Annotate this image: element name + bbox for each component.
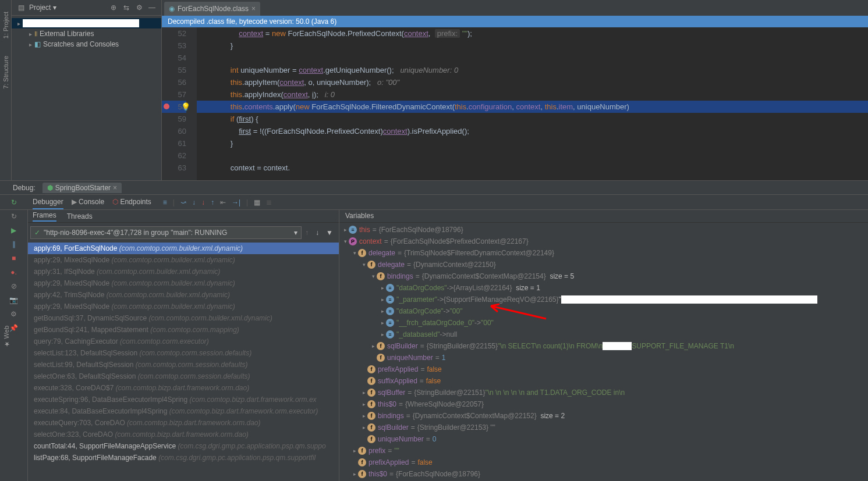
gutter[interactable]: 525354555657 💡58 5960616263 [162, 27, 197, 180]
tree-external-libs[interactable]: ▸ ⫴ External Libraries [12, 28, 161, 39]
rail-structure[interactable]: 7: Structure [2, 56, 9, 89]
tree-root[interactable]: ▸ [12, 18, 161, 28]
frame-item[interactable]: execute:84, DataBaseExecutorImpl4Spring … [28, 405, 339, 417]
force-step-icon[interactable]: ↓ [201, 198, 205, 206]
decompiled-banner: Decompiled .class file, bytecode version… [162, 16, 868, 27]
frame-item[interactable]: selectOne:63, DefaultSqlSession (com.com… [28, 370, 339, 382]
frames-tab[interactable]: Frames [33, 211, 56, 222]
frame-item[interactable]: executeQuery:703, CoreDAO (com.comtop.bi… [28, 417, 339, 429]
hide-icon[interactable]: — [147, 3, 157, 12]
next-frame-icon[interactable]: ↓ [312, 229, 323, 237]
project-tree: ▸ ▸ ⫴ External Libraries ▸ ◧ Scratches a… [12, 16, 161, 52]
frame-item[interactable]: apply:42, TrimSqlNode (com.comtop.corm.b… [28, 289, 339, 301]
step-into-icon[interactable]: ↓ [192, 198, 196, 206]
frame-item[interactable]: apply:29, MixedSqlNode (com.comtop.corm.… [28, 277, 339, 289]
threads-tab[interactable]: Threads [67, 212, 93, 220]
mute-bp-icon[interactable]: ⊘ [11, 282, 17, 290]
target-icon[interactable]: ⊕ [109, 3, 118, 12]
frame-list[interactable]: apply:69, ForEachSqlNode (com.comtop.cor… [28, 243, 339, 481]
code-content[interactable]: context = new ForEachSqlNode.PrefixedCon… [197, 27, 868, 180]
breakpoint-icon[interactable] [164, 104, 169, 109]
chevron-down-icon: ▾ [294, 229, 297, 237]
rail-favorites[interactable]: ★ Web [2, 326, 10, 348]
class-icon: ◉ [169, 5, 175, 13]
frame-item[interactable]: selectList:99, DefaultSqlSession (com.co… [28, 359, 339, 370]
frame-item[interactable]: apply:31, IfSqlNode (com.comtop.corm.bui… [28, 266, 339, 277]
frame-item[interactable]: getBoundSql:37, DynamicSqlSource (com.co… [28, 312, 339, 324]
debug-panel: Debug: ⬢ SpringBootStarter × ↻ Debugger … [0, 180, 868, 481]
close-icon[interactable]: × [113, 184, 117, 192]
gear-icon[interactable]: ⚙ [134, 3, 144, 12]
variables-panel: Variables ▸≡this={ForEachSqlNode@18796} … [339, 210, 868, 481]
frame-item[interactable]: apply:29, MixedSqlNode (com.comtop.corm.… [28, 254, 339, 266]
filter-icon[interactable]: ▼ [323, 229, 336, 237]
frame-item[interactable]: getBoundSql:241, MappedStatement (com.co… [28, 324, 339, 336]
frame-item[interactable]: executeSpring:96, DataBaseExecutorImpl4S… [28, 394, 339, 405]
update-icon[interactable]: ↻ [11, 212, 17, 220]
rail-project[interactable]: 1: Project [2, 12, 9, 38]
frame-item[interactable]: apply:69, ForEachSqlNode (com.comtop.cor… [28, 243, 339, 254]
run-config-tab[interactable]: ⬢ SpringBootStarter × [42, 183, 122, 193]
resume-icon[interactable]: ▶ [11, 226, 16, 234]
tree-scratches[interactable]: ▸ ◧ Scratches and Consoles [12, 39, 161, 49]
step-out-icon[interactable]: ↑ [211, 198, 214, 206]
rerun-icon[interactable]: ↻ [11, 198, 17, 206]
pause-icon[interactable]: ∥ [12, 240, 16, 248]
editor-tabs: ◉ ForEachSqlNode.class × [162, 0, 868, 16]
left-tool-rail: 1: Project 7: Structure [0, 0, 12, 180]
get-thread-dump-icon[interactable]: 📷 [9, 296, 18, 304]
settings-icon[interactable]: ≡ [163, 198, 167, 206]
variables-tree[interactable]: ▸≡this={ForEachSqlNode@18796} ▾Pcontext=… [339, 223, 868, 481]
spring-icon: ⬢ [47, 184, 53, 192]
close-icon[interactable]: × [251, 5, 256, 13]
project-icon: ▤ [16, 3, 26, 12]
step-over-icon[interactable]: ⤻ [180, 198, 186, 206]
frames-panel: Frames Threads ✓ "http-nio-8096-exec-4"@… [28, 210, 339, 481]
collapse-icon[interactable]: ⇆ [122, 3, 131, 12]
project-panel: ▤ Project ▾ ⊕ ⇆ ⚙ — ▸ ▸ ⫴ External Libra… [12, 0, 162, 180]
project-title[interactable]: Project ▾ [29, 3, 105, 12]
frame-item[interactable]: query:79, CachingExecutor (com.comtop.co… [28, 336, 339, 347]
frame-item[interactable]: apply:29, MixedSqlNode (com.comtop.corm.… [28, 301, 339, 312]
frame-item[interactable]: listPage:68, SupportFileManageFacade (co… [28, 452, 339, 464]
file-tab[interactable]: ◉ ForEachSqlNode.class × [164, 2, 260, 16]
trace-icon[interactable]: ≣ [266, 198, 272, 206]
frame-item[interactable]: selectList:123, DefaultSqlSession (com.c… [28, 347, 339, 359]
tab-endpoints[interactable]: ⬡ Endpoints [112, 195, 151, 209]
frame-item[interactable]: countTotal:44, SupportFileManageAppServi… [28, 440, 339, 452]
stop-icon[interactable]: ■ [12, 254, 16, 262]
drop-frame-icon[interactable]: ⇤ [220, 198, 226, 206]
frame-item[interactable]: execute:328, CoreDAO$7 (com.comtop.bizp.… [28, 382, 339, 394]
frame-item[interactable]: selectOne:323, CoreDAO (com.comtop.bizp.… [28, 429, 339, 440]
thread-selector[interactable]: ✓ "http-nio-8096-exec-4"@17,728 in group… [30, 226, 302, 239]
run-to-cursor-icon[interactable]: →| [232, 198, 240, 206]
debug-label: Debug: [13, 184, 36, 192]
evaluate-icon[interactable]: ▦ [254, 198, 260, 206]
tab-console[interactable]: ▶ Console [72, 195, 104, 209]
breakpoints-icon[interactable]: ●. [10, 268, 17, 276]
tab-debugger[interactable]: Debugger [33, 195, 63, 209]
settings-icon[interactable]: ⚙ [10, 310, 17, 318]
prev-frame-icon[interactable]: ↑ [302, 229, 312, 237]
editor-area: ◉ ForEachSqlNode.class × Decompiled .cla… [162, 0, 868, 180]
variables-header: Variables [339, 210, 868, 223]
bulb-icon[interactable]: 💡 [181, 101, 190, 113]
